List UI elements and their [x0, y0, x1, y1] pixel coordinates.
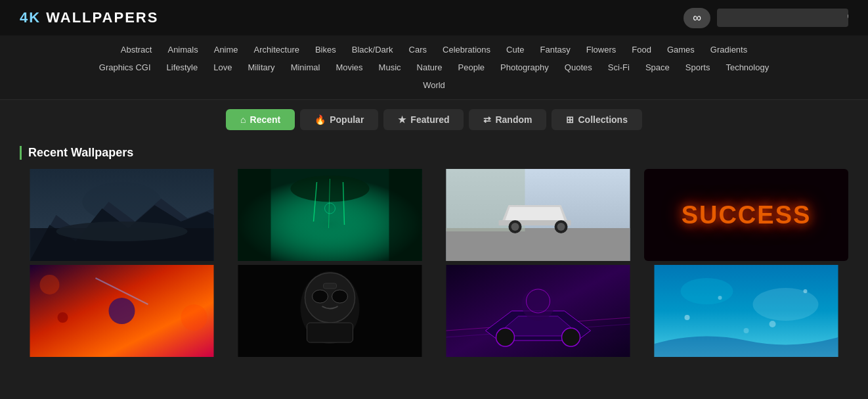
- svg-rect-37: [307, 323, 353, 342]
- category-nature[interactable]: Nature: [410, 60, 449, 75]
- svg-point-54: [744, 328, 749, 333]
- search-input[interactable]: [717, 9, 840, 27]
- svg-point-5: [56, 222, 188, 241]
- category-bikes[interactable]: Bikes: [309, 42, 343, 57]
- recent-icon: ⌂: [240, 114, 246, 125]
- svg-rect-9: [389, 169, 422, 261]
- category-anime[interactable]: Anime: [207, 42, 245, 57]
- category-quotes[interactable]: Quotes: [558, 60, 599, 75]
- svg-marker-19: [506, 207, 565, 220]
- category-food[interactable]: Food: [625, 42, 658, 57]
- svg-point-53: [804, 289, 808, 293]
- wallpaper-tile-6[interactable]: [228, 265, 432, 357]
- wallpaper-tile-8[interactable]: [644, 265, 848, 357]
- category-sci-fi[interactable]: Sci-Fi: [601, 60, 636, 75]
- category-space[interactable]: Space: [639, 60, 676, 75]
- svg-rect-8: [238, 169, 271, 261]
- collections-label: Collections: [578, 114, 627, 125]
- section-title: Recent Wallpapers: [20, 146, 848, 160]
- category-technology[interactable]: Technology: [719, 60, 775, 75]
- popular-icon: 🔥: [315, 114, 326, 125]
- category-flowers[interactable]: Flowers: [580, 42, 623, 57]
- tab-random[interactable]: ⇄Random: [469, 109, 546, 130]
- wallpaper-tile-1[interactable]: [20, 169, 224, 261]
- recent-label: Recent: [250, 114, 281, 125]
- svg-point-50: [685, 315, 690, 320]
- category-abstract[interactable]: Abstract: [114, 42, 159, 57]
- infinity-button[interactable]: ∞: [684, 8, 710, 28]
- svg-point-35: [332, 290, 348, 303]
- search-button[interactable]: 🔍: [840, 9, 848, 27]
- category-love[interactable]: Love: [207, 60, 238, 75]
- infinity-icon: ∞: [693, 11, 701, 25]
- featured-icon: ★: [398, 114, 406, 125]
- wallpaper-grid: SUCCESS: [20, 169, 848, 357]
- filter-tabs: ⌂Recent🔥Popular★Featured⇄Random⊞Collecti…: [0, 100, 868, 139]
- category-games[interactable]: Games: [661, 42, 701, 57]
- category-row-3: World: [13, 78, 855, 93]
- svg-point-44: [562, 328, 580, 346]
- category-architecture[interactable]: Architecture: [248, 42, 306, 57]
- tab-featured[interactable]: ★Featured: [383, 109, 464, 130]
- svg-point-51: [718, 296, 722, 300]
- category-nav: AbstractAnimalsAnimeArchitectureBikesBla…: [0, 35, 868, 100]
- svg-point-30: [109, 298, 135, 324]
- logo[interactable]: 4K WALLPAPERS: [20, 9, 158, 26]
- wallpaper-tile-4[interactable]: SUCCESS: [644, 169, 848, 261]
- tab-recent[interactable]: ⌂Recent: [226, 109, 295, 130]
- category-people[interactable]: People: [452, 60, 491, 75]
- svg-point-24: [557, 223, 565, 231]
- svg-rect-36: [324, 283, 337, 289]
- svg-point-34: [313, 290, 328, 303]
- category-lifestyle[interactable]: Lifestyle: [160, 60, 205, 75]
- header: 4K WALLPAPERS ∞ 🔍: [0, 0, 868, 35]
- main-section: Recent Wallpapers SUCCESS: [0, 139, 868, 370]
- wallpaper-tile-5[interactable]: [20, 265, 224, 357]
- category-cute[interactable]: Cute: [500, 42, 531, 57]
- category-row-1: AbstractAnimalsAnimeArchitectureBikesBla…: [13, 42, 855, 57]
- collections-icon: ⊞: [566, 114, 574, 125]
- search-icon: 🔍: [847, 12, 848, 23]
- random-icon: ⇄: [483, 114, 491, 125]
- category-photography[interactable]: Photography: [494, 60, 555, 75]
- category-world[interactable]: World: [416, 78, 452, 93]
- category-sports[interactable]: Sports: [679, 60, 717, 75]
- svg-rect-16: [446, 228, 630, 261]
- category-movies[interactable]: Movies: [329, 60, 369, 75]
- category-black-dark[interactable]: Black/Dark: [345, 42, 400, 57]
- svg-point-27: [181, 304, 207, 331]
- wallpaper-tile-3[interactable]: [436, 169, 640, 261]
- category-animals[interactable]: Animals: [161, 42, 204, 57]
- wallpaper-tile-2[interactable]: [228, 169, 432, 261]
- svg-point-43: [496, 328, 515, 346]
- svg-point-28: [58, 312, 68, 323]
- category-graphics-cgi[interactable]: Graphics CGI: [93, 60, 158, 75]
- tab-collections[interactable]: ⊞Collections: [552, 109, 641, 130]
- search-bar: 🔍: [717, 9, 848, 27]
- category-minimal[interactable]: Minimal: [284, 60, 327, 75]
- svg-point-22: [511, 223, 519, 231]
- random-label: Random: [495, 114, 532, 125]
- category-fantasy[interactable]: Fantasy: [534, 42, 577, 57]
- svg-point-48: [681, 278, 733, 304]
- svg-point-49: [753, 288, 819, 321]
- popular-label: Popular: [330, 114, 364, 125]
- category-music[interactable]: Music: [372, 60, 408, 75]
- tab-popular[interactable]: 🔥Popular: [300, 109, 378, 130]
- svg-point-26: [40, 275, 60, 294]
- category-celebrations[interactable]: Celebrations: [436, 42, 497, 57]
- category-cars[interactable]: Cars: [402, 42, 433, 57]
- featured-label: Featured: [410, 114, 449, 125]
- category-gradients[interactable]: Gradients: [704, 42, 754, 57]
- category-military[interactable]: Military: [241, 60, 281, 75]
- header-right: ∞ 🔍: [684, 8, 848, 28]
- category-row-2: Graphics CGILifestyleLoveMilitaryMinimal…: [13, 60, 855, 75]
- logo-text: 4K: [20, 9, 41, 26]
- svg-point-52: [770, 321, 776, 327]
- wallpaper-tile-7[interactable]: [436, 265, 640, 357]
